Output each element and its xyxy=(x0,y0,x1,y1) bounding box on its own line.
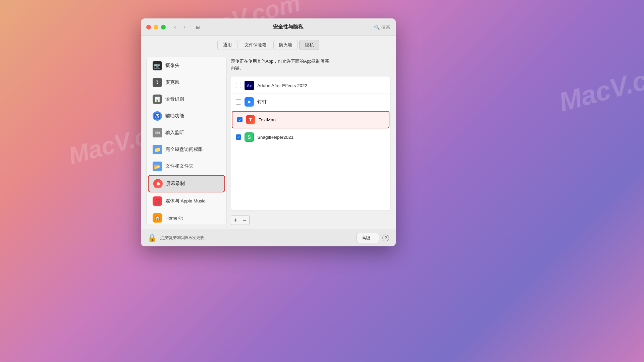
checkbox-snagit[interactable]: ✓ xyxy=(236,134,241,140)
advanced-button[interactable]: 高级... xyxy=(357,233,379,243)
accessibility-icon: ♿ xyxy=(153,111,162,121)
sidebar-label-speech: 语音识别 xyxy=(165,96,184,102)
system-preferences-window: ‹ › ⊞ 安全性与隐私 🔍 搜索 通用 文件保险箱 防火墙 隐私 📷 摄像头 … xyxy=(141,18,396,246)
screen-record-icon: ⏺ xyxy=(153,179,163,188)
camera-icon: 📷 xyxy=(153,61,162,70)
add-app-button[interactable]: + xyxy=(231,216,240,225)
description-text: 即使正在使用其他App，也允许下面的App录制屏幕内容。 xyxy=(231,57,390,72)
full-disk-icon: 📁 xyxy=(153,145,162,154)
files-folders-icon: 📂 xyxy=(153,162,162,171)
back-button[interactable]: ‹ xyxy=(171,23,179,31)
app-row-after-effects[interactable]: Ae Adobe After Effects 2022 xyxy=(231,77,390,94)
sidebar-label-full-disk: 完全磁盘访问权限 xyxy=(165,146,203,153)
sidebar-label-screen-record: 屏幕录制 xyxy=(166,181,185,187)
sidebar-label-microphone: 麦克风 xyxy=(165,79,179,85)
sidebar-label-files-folders: 文件和文件夹 xyxy=(165,163,194,169)
sidebar-item-accessibility[interactable]: ♿ 辅助功能 xyxy=(148,108,225,124)
mic-icon: 🎙 xyxy=(153,78,162,87)
input-icon: ⌨ xyxy=(153,128,162,137)
ae-icon: Ae xyxy=(245,81,254,90)
app-name-snagit: SnagitHelper2021 xyxy=(257,135,293,140)
lock-text: 点按锁按钮以防再次更改。 xyxy=(160,235,353,241)
sidebar-item-input[interactable]: ⌨ 输入监听 xyxy=(148,125,225,141)
close-button[interactable] xyxy=(146,25,151,29)
tab-filevault[interactable]: 文件保险箱 xyxy=(239,40,272,50)
tab-privacy[interactable]: 隐私 xyxy=(299,40,319,50)
main-panel: 即使正在使用其他App，也允许下面的App录制屏幕内容。 Ae Adobe Af… xyxy=(231,57,390,225)
checkbox-textman[interactable]: ✓ xyxy=(237,117,243,122)
nav-buttons: ‹ › xyxy=(171,23,189,31)
sidebar-item-homekit[interactable]: 🏠 HomeKit xyxy=(148,210,225,225)
minimize-button[interactable] xyxy=(154,25,158,29)
list-controls: + − xyxy=(231,216,390,225)
app-name-textman: TextMan xyxy=(259,117,276,122)
sidebar-item-music[interactable]: 🎵 媒体与 Apple Music xyxy=(148,193,225,209)
bottom-bar: 🔒 点按锁按钮以防再次更改。 高级... ? xyxy=(141,229,396,246)
textman-icon: T xyxy=(246,115,255,124)
window-title: 安全性与隐私 xyxy=(205,24,371,30)
app-row-dingding[interactable]: ➤ 钉钉 xyxy=(231,94,390,110)
sidebar-item-screen-record[interactable]: ⏺ 屏幕录制 xyxy=(148,175,225,192)
sidebar-label-accessibility: 辅助功能 xyxy=(165,113,184,119)
remove-app-button[interactable]: − xyxy=(240,216,250,225)
sidebar-label-camera: 摄像头 xyxy=(165,63,179,69)
checkbox-dingding[interactable] xyxy=(236,99,241,105)
tab-firewall[interactable]: 防火墙 xyxy=(273,40,298,50)
sidebar-item-speech[interactable]: 📊 语音识别 xyxy=(148,91,225,107)
homekit-icon: 🏠 xyxy=(153,213,162,223)
titlebar: ‹ › ⊞ 安全性与隐私 🔍 搜索 xyxy=(141,18,396,36)
sidebar: 📷 摄像头 🎙 麦克风 📊 语音识别 ♿ 辅助功能 ⌨ 输入监听 📁 xyxy=(146,57,227,225)
tabs-bar: 通用 文件保险箱 防火墙 隐私 xyxy=(141,36,396,53)
sidebar-item-files-folders[interactable]: 📂 文件和文件夹 xyxy=(148,158,225,174)
grid-view-button[interactable]: ⊞ xyxy=(194,23,202,31)
search-icon: 🔍 xyxy=(374,24,380,30)
app-name-dingding: 钉钉 xyxy=(257,99,267,105)
sidebar-label-music: 媒体与 Apple Music xyxy=(165,198,205,204)
app-name-after-effects: Adobe After Effects 2022 xyxy=(257,83,307,88)
forward-button[interactable]: › xyxy=(180,23,189,31)
app-row-snagit[interactable]: ✓ S SnagitHelper2021 xyxy=(231,129,390,145)
dingding-icon: ➤ xyxy=(245,97,254,107)
sidebar-item-full-disk[interactable]: 📁 完全磁盘访问权限 xyxy=(148,141,225,158)
maximize-button[interactable] xyxy=(161,25,166,29)
help-button[interactable]: ? xyxy=(382,235,389,241)
speech-icon: 📊 xyxy=(153,95,162,104)
lock-icon[interactable]: 🔒 xyxy=(148,234,157,242)
search-placeholder: 搜索 xyxy=(381,24,390,30)
tab-general[interactable]: 通用 xyxy=(217,40,237,50)
checkbox-after-effects[interactable] xyxy=(236,83,241,88)
sidebar-item-microphone[interactable]: 🎙 麦克风 xyxy=(148,74,225,90)
sidebar-item-camera[interactable]: 📷 摄像头 xyxy=(148,58,225,74)
app-row-textman[interactable]: ✓ T TextMan xyxy=(232,111,389,128)
snagit-icon: S xyxy=(245,132,254,142)
content-area: 📷 摄像头 🎙 麦克风 📊 语音识别 ♿ 辅助功能 ⌨ 输入监听 📁 xyxy=(141,53,396,229)
apps-list: Ae Adobe After Effects 2022 ➤ 钉钉 ✓ T Tex… xyxy=(231,76,390,211)
sidebar-label-input: 输入监听 xyxy=(165,130,184,136)
sidebar-label-homekit: HomeKit xyxy=(165,216,183,221)
music-icon: 🎵 xyxy=(153,196,162,206)
search-bar: 🔍 搜索 xyxy=(374,24,390,30)
